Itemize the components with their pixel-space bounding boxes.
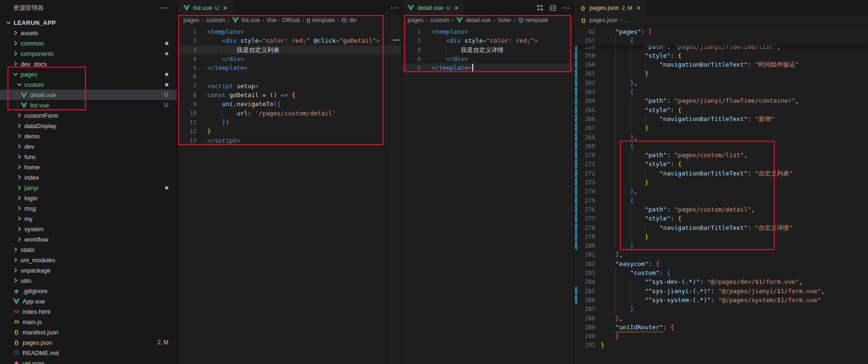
code-line[interactable]: 266 "navigationBarTitleText": "新增" <box>574 114 868 123</box>
tree-item-msg[interactable]: msg <box>0 203 177 213</box>
tree-item-root[interactable]: LEARUN_APP <box>0 17 177 28</box>
line-number[interactable]: 13 <box>178 136 196 145</box>
line-number[interactable]: 2 <box>402 37 421 46</box>
tree-item-home[interactable]: home <box>0 162 177 172</box>
code-line[interactable]: 279 } <box>574 232 868 241</box>
code-line[interactable]: 270 "path": "pages/custom/list", <box>574 151 868 159</box>
code-line[interactable]: 13</script> <box>178 136 401 145</box>
code-line[interactable]: 273 } <box>574 178 868 187</box>
line-number[interactable]: 8 <box>178 91 196 100</box>
line-number[interactable]: 7 <box>178 82 196 91</box>
code-line[interactable]: 260 "navigationBarTitleText": "时间组件验证" <box>574 60 868 69</box>
line-number[interactable]: 289 <box>574 323 595 332</box>
open-changes-icon[interactable] <box>536 4 543 11</box>
code-line[interactable]: 6 <box>178 72 401 81</box>
code-line[interactable]: 2 <div style="color: red;"> <box>402 36 574 45</box>
line-number[interactable]: 288 <box>574 314 595 323</box>
code-line[interactable]: 291} <box>574 341 868 349</box>
breadcrumb-item[interactable]: list.vue <box>242 17 260 23</box>
code-line[interactable]: 11 }) <box>178 118 401 127</box>
code-line[interactable]: 1<template> <box>402 27 574 36</box>
tree-item-demo[interactable]: demo <box>0 131 177 141</box>
code-line[interactable]: 1<template> <box>178 27 401 36</box>
tree-item-uni.scss[interactable]: ❖uni.scss <box>0 358 177 364</box>
tree-item-pages[interactable]: pages <box>0 69 177 79</box>
code-editor-pages-json[interactable]: 42 "pages": [257 { 258 "path": "pages/ji… <box>574 27 868 350</box>
code-line[interactable]: 286 "^sys-system-(.*)": "@/pages/system/… <box>574 296 868 304</box>
breadcrumb-item[interactable]: custom <box>206 17 225 23</box>
tree-item-uni_modules[interactable]: uni_modules <box>0 255 177 265</box>
code-line[interactable]: 4 </div> <box>178 54 401 63</box>
tab-list-vue[interactable]: list.vue U × <box>178 0 233 15</box>
tree-item-assets[interactable]: assets <box>0 28 177 38</box>
tree-item-list.vue[interactable]: list.vueU <box>0 100 177 110</box>
line-number[interactable]: 2 <box>178 37 196 46</box>
code-line[interactable]: 287 } <box>574 304 868 313</box>
tree-item-App.vue[interactable]: App.vue <box>0 296 177 306</box>
line-number[interactable]: 10 <box>178 109 196 118</box>
code-line[interactable]: 10 url: '/pages/custom/detail' <box>178 109 401 118</box>
code-line[interactable]: 277 "style": { <box>574 214 868 223</box>
code-line[interactable]: 282 "easycom": { <box>574 259 868 268</box>
code-line[interactable]: 280 } <box>574 241 868 250</box>
tree-item-.gitignore[interactable]: ◆.gitignore <box>0 286 177 296</box>
tree-item-login[interactable]: login <box>0 193 177 203</box>
code-line[interactable]: 42 "pages": [ <box>574 27 868 36</box>
tree-item-utils[interactable]: utils <box>0 275 177 286</box>
line-number[interactable]: 1 <box>178 28 196 37</box>
code-line[interactable]: 271 "style": { <box>574 159 868 168</box>
breadcrumb-item[interactable]: Vuter <box>498 17 511 23</box>
code-line[interactable]: 265 "style": { <box>574 106 868 114</box>
close-icon[interactable]: × <box>636 4 641 11</box>
code-line[interactable]: 274 }, <box>574 187 868 196</box>
code-line[interactable]: 259 "style": { <box>574 51 868 60</box>
breadcrumb-item[interactable]: pages.json <box>589 17 618 23</box>
code-line[interactable]: 261 } <box>574 69 868 78</box>
scrollbar-track[interactable] <box>392 15 392 364</box>
code-line[interactable]: 2 <div style="color: red;" @click="goDet… <box>178 36 401 45</box>
code-line[interactable]: 281 ], <box>574 250 868 259</box>
tree-item-workflow[interactable]: workflow <box>0 234 177 244</box>
tree-item-static[interactable]: static <box>0 244 177 255</box>
tree-item-func[interactable]: func <box>0 152 177 162</box>
code-line[interactable]: 5</template> <box>402 63 574 72</box>
tree-item-dev[interactable]: dev <box>0 141 177 152</box>
code-line[interactable]: 264 "path": "pages/jianyi/flowTime/conta… <box>574 96 868 105</box>
line-number[interactable]: 282 <box>574 260 595 269</box>
code-line[interactable]: 8const goDetail = () => { <box>178 91 401 99</box>
breadcrumb-item[interactable]: ... <box>625 17 629 23</box>
tree-item-index[interactable]: index <box>0 172 177 182</box>
line-number[interactable]: 11 <box>178 118 196 127</box>
close-icon[interactable]: × <box>223 4 227 11</box>
breadcrumb-item[interactable]: detail.vue <box>466 17 491 23</box>
code-line[interactable]: 257 { <box>574 36 868 45</box>
more-actions-icon[interactable]: ⋯ <box>390 4 398 12</box>
breadcrumb-item[interactable]: pages <box>183 17 199 23</box>
line-number[interactable]: 291 <box>574 341 595 350</box>
line-number[interactable]: 5 <box>402 64 421 73</box>
split-editor-icon[interactable] <box>550 5 556 11</box>
code-line[interactable]: 289 "uniIdRouter": { <box>574 323 868 332</box>
line-number[interactable]: 257 <box>574 37 595 46</box>
code-line[interactable]: 9 uni.navigateTo({ <box>178 99 401 108</box>
code-line[interactable]: 5</template> <box>178 63 401 72</box>
tree-item-main.js[interactable]: JSmain.js <box>0 317 177 327</box>
code-editor-list-vue[interactable]: 1<template>2 <div style="color: red;" @c… <box>178 27 401 145</box>
tree-item-pages.json[interactable]: {}pages.json2, M <box>0 337 177 348</box>
explorer-more-icon[interactable]: ⋯ <box>160 4 167 12</box>
line-number[interactable]: 42 <box>574 28 595 37</box>
tree-item-my[interactable]: my <box>0 213 177 224</box>
tree-item-dataDisplay[interactable]: dataDisplay <box>0 121 177 131</box>
line-number[interactable]: 283 <box>574 269 595 278</box>
line-number[interactable]: 3 <box>402 46 421 55</box>
line-number[interactable]: 5 <box>178 64 196 73</box>
code-line[interactable]: 278 "navigationBarTitleText": "自定义详情" <box>574 223 868 232</box>
line-number[interactable]: 1 <box>402 28 421 37</box>
code-line[interactable]: 288 }, <box>574 314 868 323</box>
tree-item-custom[interactable]: custom <box>0 79 177 90</box>
line-number[interactable]: 3 <box>178 46 196 55</box>
breadcrumb-item[interactable]: template <box>312 17 335 23</box>
code-line[interactable]: 290 } <box>574 332 868 341</box>
code-editor-detail-vue[interactable]: 1<template>2 <div style="color: red;">3 … <box>402 27 574 72</box>
tree-item-components[interactable]: components <box>0 48 177 59</box>
